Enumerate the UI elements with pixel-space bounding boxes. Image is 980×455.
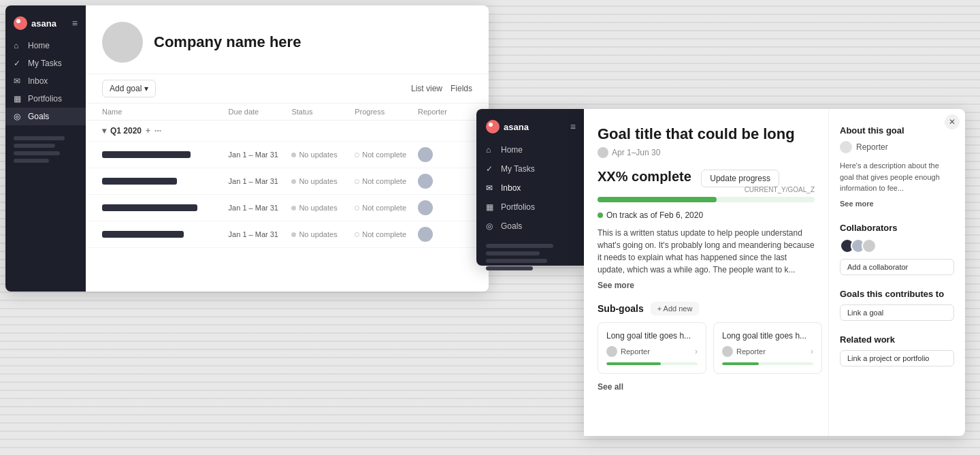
subgoal-card-title: Long goal title goes h... bbox=[606, 331, 698, 341]
sidebar-1: asana ≡ ⌂ Home ✓ My Tasks ✉ Inbox ▦ Port… bbox=[5, 5, 86, 292]
progress-label: XX% complete bbox=[598, 169, 691, 185]
goals-toolbar: Add goal ▾ List view Fields bbox=[86, 74, 489, 104]
sidebar-overlay-window: asana ≡ ⌂ Home ✓ My Tasks ✉ Inbox ▦ Port… bbox=[476, 109, 585, 266]
menu-icon[interactable]: ≡ bbox=[72, 18, 78, 29]
subgoals-cards: Long goal title goes h... Reporter › Lon… bbox=[598, 322, 815, 374]
collaborators-list bbox=[840, 238, 954, 253]
contributes-section: Goals this contributes to Link a goal bbox=[840, 289, 954, 321]
subgoal-reporter-row: Reporter › bbox=[722, 346, 813, 357]
reporter-avatar bbox=[418, 174, 433, 189]
close-button[interactable]: ✕ bbox=[945, 114, 960, 129]
see-more-desc-link[interactable]: See more bbox=[840, 200, 874, 208]
goal-name-bar bbox=[102, 204, 197, 211]
fields-option[interactable]: Fields bbox=[451, 84, 472, 93]
subgoal-reporter-avatar bbox=[722, 346, 733, 357]
more-icon[interactable]: ··· bbox=[154, 126, 161, 136]
w2-sidebar-inbox[interactable]: ✉ Inbox bbox=[476, 178, 585, 198]
progress-bar-container bbox=[598, 197, 815, 202]
app-name-2: asana bbox=[504, 122, 529, 132]
reporter-avatar-small bbox=[840, 141, 852, 153]
reporter-avatar bbox=[418, 147, 433, 162]
home-icon-2: ⌂ bbox=[486, 145, 495, 155]
goals-main-content: Company name here Add goal ▾ List view F… bbox=[86, 5, 489, 292]
status-dot-icon bbox=[291, 232, 296, 237]
about-title: About this goal bbox=[840, 125, 954, 136]
link-goal-button[interactable]: Link a goal bbox=[840, 304, 954, 321]
subgoal-progress-fill bbox=[606, 362, 661, 365]
progress-badge: Not complete bbox=[355, 151, 418, 159]
progress-dot-icon bbox=[355, 153, 359, 157]
collaborators-section: Collaborators Add a collaborator bbox=[840, 223, 954, 275]
company-avatar bbox=[102, 22, 143, 63]
add-subgoal-button[interactable]: + Add new bbox=[651, 302, 700, 315]
subgoal-card-title: Long goal title goes h... bbox=[722, 331, 813, 341]
goal-title: Goal title that could be long bbox=[598, 125, 815, 143]
sidebar-link-bar bbox=[14, 144, 55, 148]
w2-sidebar-my-tasks[interactable]: ✓ My Tasks bbox=[476, 159, 585, 178]
sidebar-item-inbox[interactable]: ✉ Inbox bbox=[5, 72, 86, 90]
check-icon-2: ✓ bbox=[486, 164, 495, 174]
table-row: Jan 1 – Mar 31 No updates Not complete bbox=[86, 142, 489, 168]
see-all-link[interactable]: See all bbox=[598, 382, 815, 392]
sidebar-item-my-tasks[interactable]: ✓ My Tasks bbox=[5, 54, 86, 72]
w2-sidebar-goals[interactable]: ◎ Goals bbox=[476, 217, 585, 236]
on-track-dot-icon bbox=[598, 213, 603, 218]
progress-dot-icon bbox=[355, 179, 359, 184]
toolbar-view-options: List view Fields bbox=[411, 84, 472, 93]
goals-table: Name Due date Status Progress Reporter ▾… bbox=[86, 104, 489, 292]
subgoals-section: Sub-goals + Add new Long goal title goes… bbox=[598, 302, 815, 392]
status-badge: No updates bbox=[291, 204, 355, 212]
list-view-option[interactable]: List view bbox=[411, 84, 442, 93]
inbox-icon-2: ✉ bbox=[486, 183, 495, 193]
goal-description: Here's a description about the goal that… bbox=[840, 160, 954, 194]
goals-list-window: asana ≡ ⌂ Home ✓ My Tasks ✉ Inbox ▦ Port… bbox=[5, 5, 489, 292]
sidebar-item-portfolios[interactable]: ▦ Portfolios bbox=[5, 90, 86, 108]
add-collaborator-button[interactable]: Add a collaborator bbox=[840, 259, 954, 275]
collaborator-avatar bbox=[862, 238, 877, 253]
w2-sidebar-home[interactable]: ⌂ Home bbox=[476, 140, 585, 159]
asana-logo-icon bbox=[14, 16, 27, 30]
add-goal-button[interactable]: Add goal ▾ bbox=[102, 80, 156, 97]
table-row: Jan 1 – Mar 31 No updates Not complete bbox=[86, 168, 489, 195]
subgoal-card[interactable]: Long goal title goes h... Reporter › bbox=[713, 322, 822, 374]
subgoal-progress-bar bbox=[722, 362, 813, 365]
sidebar-item-home[interactable]: ⌂ Home bbox=[5, 37, 86, 54]
goal-detail-window: ✕ Goal title that could be long Apr 1–Ju… bbox=[584, 109, 965, 436]
w2-link-bar bbox=[486, 244, 553, 248]
menu-icon-2[interactable]: ≡ bbox=[570, 121, 576, 132]
status-dot-icon bbox=[291, 179, 296, 184]
w2-link-bar bbox=[486, 266, 533, 270]
w2-sidebar-portfolios[interactable]: ▦ Portfolios bbox=[476, 198, 585, 217]
check-icon: ✓ bbox=[14, 59, 23, 68]
w2-sidebar-links bbox=[476, 238, 585, 276]
status-update-text: This is a written status update to help … bbox=[598, 227, 815, 276]
q1-group-row: ▾ Q1 2020 + ··· bbox=[86, 121, 489, 142]
dropdown-icon: ▾ bbox=[144, 84, 148, 93]
target-icon: ◎ bbox=[14, 112, 23, 121]
bar-chart-icon-2: ▦ bbox=[486, 202, 495, 212]
sidebar-logo: asana ≡ bbox=[5, 14, 86, 37]
progress-badge: Not complete bbox=[355, 230, 418, 238]
sidebar-item-goals[interactable]: ◎ Goals bbox=[5, 108, 86, 125]
see-more-link[interactable]: See more bbox=[598, 281, 634, 290]
update-progress-button[interactable]: Update progress bbox=[701, 170, 779, 187]
goal-name-bar bbox=[102, 231, 184, 238]
related-title: Related work bbox=[840, 334, 954, 345]
table-header-row: Name Due date Status Progress Reporter bbox=[86, 104, 489, 121]
subgoals-title: Sub-goals bbox=[598, 303, 644, 314]
link-project-button[interactable]: Link a project or portfolio bbox=[840, 350, 954, 366]
subgoal-card[interactable]: Long goal title goes h... Reporter › bbox=[598, 322, 706, 374]
add-q1-icon[interactable]: + bbox=[146, 126, 150, 136]
status-dot-icon bbox=[291, 206, 296, 210]
status-dot-icon bbox=[291, 153, 296, 157]
reporter-row: Reporter bbox=[840, 141, 954, 153]
about-section: About this goal Reporter Here's a descri… bbox=[840, 125, 954, 209]
w2-link-bar bbox=[486, 251, 540, 255]
progress-badge: Not complete bbox=[355, 177, 418, 185]
sidebar-link-bar bbox=[14, 136, 65, 140]
goal-detail-sidebar: About this goal Reporter Here's a descri… bbox=[829, 109, 965, 436]
sidebar-links bbox=[5, 131, 86, 168]
bar-chart-icon: ▦ bbox=[14, 94, 23, 104]
chevron-right-icon: › bbox=[695, 347, 698, 356]
goal-name-bar bbox=[102, 178, 177, 185]
